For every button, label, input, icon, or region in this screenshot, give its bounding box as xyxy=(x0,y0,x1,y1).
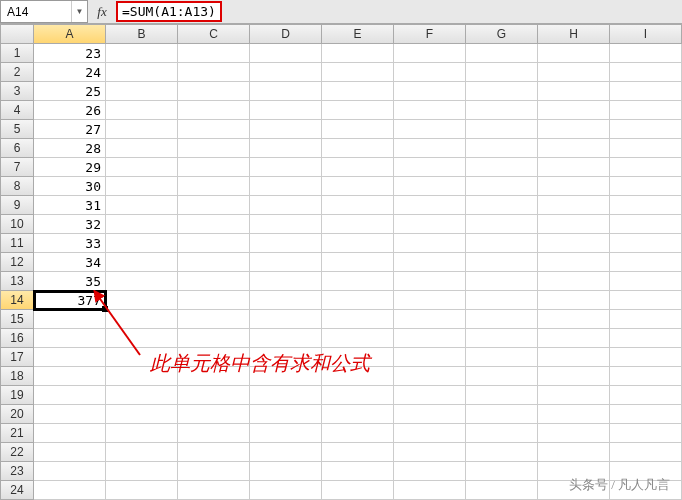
cell-B21[interactable] xyxy=(106,424,178,443)
cell-I19[interactable] xyxy=(610,386,682,405)
cell-E10[interactable] xyxy=(322,215,394,234)
cell-H15[interactable] xyxy=(538,310,610,329)
cell-D14[interactable] xyxy=(250,291,322,310)
cell-A12[interactable]: 34 xyxy=(34,253,106,272)
cell-H7[interactable] xyxy=(538,158,610,177)
cell-H2[interactable] xyxy=(538,63,610,82)
cell-G20[interactable] xyxy=(466,405,538,424)
cell-C13[interactable] xyxy=(178,272,250,291)
cell-G3[interactable] xyxy=(466,82,538,101)
cell-C3[interactable] xyxy=(178,82,250,101)
cell-E7[interactable] xyxy=(322,158,394,177)
cell-E12[interactable] xyxy=(322,253,394,272)
cell-F6[interactable] xyxy=(394,139,466,158)
cell-F23[interactable] xyxy=(394,462,466,481)
cell-G12[interactable] xyxy=(466,253,538,272)
cell-E11[interactable] xyxy=(322,234,394,253)
cell-G10[interactable] xyxy=(466,215,538,234)
cell-H11[interactable] xyxy=(538,234,610,253)
cell-G24[interactable] xyxy=(466,481,538,500)
cell-I21[interactable] xyxy=(610,424,682,443)
cell-I2[interactable] xyxy=(610,63,682,82)
cell-F8[interactable] xyxy=(394,177,466,196)
cell-F4[interactable] xyxy=(394,101,466,120)
cell-E6[interactable] xyxy=(322,139,394,158)
row-header-7[interactable]: 7 xyxy=(0,158,34,177)
cell-B23[interactable] xyxy=(106,462,178,481)
cell-B14[interactable] xyxy=(106,291,178,310)
cell-H17[interactable] xyxy=(538,348,610,367)
row-header-3[interactable]: 3 xyxy=(0,82,34,101)
cell-A23[interactable] xyxy=(34,462,106,481)
cell-E24[interactable] xyxy=(322,481,394,500)
cell-B10[interactable] xyxy=(106,215,178,234)
cell-D6[interactable] xyxy=(250,139,322,158)
cell-D19[interactable] xyxy=(250,386,322,405)
cell-G2[interactable] xyxy=(466,63,538,82)
cell-F11[interactable] xyxy=(394,234,466,253)
column-header-F[interactable]: F xyxy=(394,24,466,44)
cell-C24[interactable] xyxy=(178,481,250,500)
formula-input[interactable]: =SUM(A1:A13) xyxy=(116,1,222,22)
cell-G11[interactable] xyxy=(466,234,538,253)
cell-C20[interactable] xyxy=(178,405,250,424)
cell-F5[interactable] xyxy=(394,120,466,139)
cell-E4[interactable] xyxy=(322,101,394,120)
cell-C12[interactable] xyxy=(178,253,250,272)
cell-D2[interactable] xyxy=(250,63,322,82)
cell-A22[interactable] xyxy=(34,443,106,462)
cell-D9[interactable] xyxy=(250,196,322,215)
cell-D18[interactable] xyxy=(250,367,322,386)
row-header-18[interactable]: 18 xyxy=(0,367,34,386)
cell-F3[interactable] xyxy=(394,82,466,101)
cell-I15[interactable] xyxy=(610,310,682,329)
cell-E16[interactable] xyxy=(322,329,394,348)
cell-G16[interactable] xyxy=(466,329,538,348)
cell-G9[interactable] xyxy=(466,196,538,215)
cell-B11[interactable] xyxy=(106,234,178,253)
column-header-E[interactable]: E xyxy=(322,24,394,44)
cell-F7[interactable] xyxy=(394,158,466,177)
cell-D10[interactable] xyxy=(250,215,322,234)
cell-G8[interactable] xyxy=(466,177,538,196)
cell-H21[interactable] xyxy=(538,424,610,443)
cell-H12[interactable] xyxy=(538,253,610,272)
cell-H9[interactable] xyxy=(538,196,610,215)
cell-D13[interactable] xyxy=(250,272,322,291)
cell-G1[interactable] xyxy=(466,44,538,63)
cell-G4[interactable] xyxy=(466,101,538,120)
column-header-C[interactable]: C xyxy=(178,24,250,44)
cell-B1[interactable] xyxy=(106,44,178,63)
cell-H13[interactable] xyxy=(538,272,610,291)
cell-C9[interactable] xyxy=(178,196,250,215)
cell-H19[interactable] xyxy=(538,386,610,405)
cell-E15[interactable] xyxy=(322,310,394,329)
cell-A1[interactable]: 23 xyxy=(34,44,106,63)
cell-I10[interactable] xyxy=(610,215,682,234)
cell-C23[interactable] xyxy=(178,462,250,481)
cell-B5[interactable] xyxy=(106,120,178,139)
cell-B18[interactable] xyxy=(106,367,178,386)
cell-F10[interactable] xyxy=(394,215,466,234)
cell-F9[interactable] xyxy=(394,196,466,215)
cell-G15[interactable] xyxy=(466,310,538,329)
cell-B16[interactable] xyxy=(106,329,178,348)
formula-input-wrap[interactable]: =SUM(A1:A13) xyxy=(116,0,682,23)
row-header-5[interactable]: 5 xyxy=(0,120,34,139)
cell-B20[interactable] xyxy=(106,405,178,424)
cell-G21[interactable] xyxy=(466,424,538,443)
row-header-22[interactable]: 22 xyxy=(0,443,34,462)
cell-E22[interactable] xyxy=(322,443,394,462)
cell-H18[interactable] xyxy=(538,367,610,386)
cell-G19[interactable] xyxy=(466,386,538,405)
cell-G5[interactable] xyxy=(466,120,538,139)
row-header-13[interactable]: 13 xyxy=(0,272,34,291)
cell-A24[interactable] xyxy=(34,481,106,500)
cell-A21[interactable] xyxy=(34,424,106,443)
cell-G23[interactable] xyxy=(466,462,538,481)
cell-I3[interactable] xyxy=(610,82,682,101)
column-header-G[interactable]: G xyxy=(466,24,538,44)
cell-B13[interactable] xyxy=(106,272,178,291)
cell-F15[interactable] xyxy=(394,310,466,329)
row-header-16[interactable]: 16 xyxy=(0,329,34,348)
